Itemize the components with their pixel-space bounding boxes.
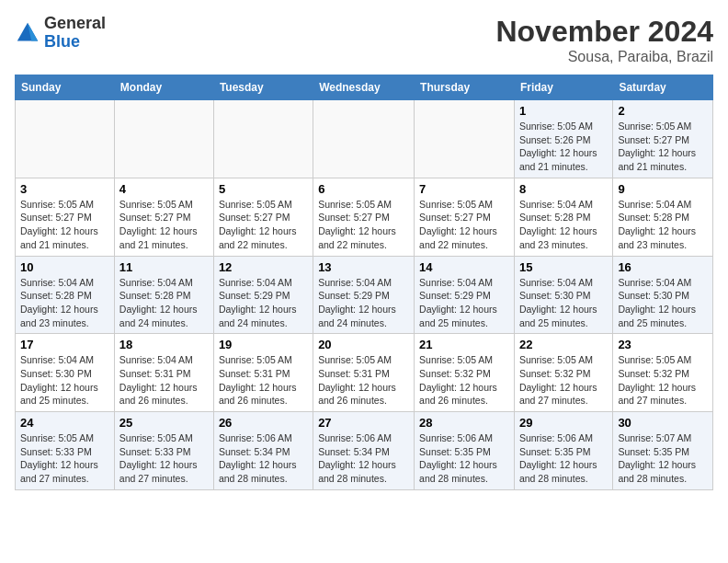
day-info: Sunrise: 5:06 AM Sunset: 5:35 PM Dayligh… bbox=[519, 431, 608, 486]
logo: General Blue bbox=[15, 15, 106, 52]
day-number: 20 bbox=[318, 338, 409, 351]
day-number: 18 bbox=[119, 338, 209, 351]
day-number: 30 bbox=[618, 416, 708, 430]
day-info: Sunrise: 5:04 AM Sunset: 5:29 PM Dayligh… bbox=[219, 276, 308, 330]
day-number: 29 bbox=[519, 416, 608, 430]
day-info: Sunrise: 5:04 AM Sunset: 5:31 PM Dayligh… bbox=[119, 353, 209, 408]
day-number: 14 bbox=[419, 260, 509, 274]
day-info: Sunrise: 5:05 AM Sunset: 5:31 PM Dayligh… bbox=[318, 353, 409, 408]
day-number: 27 bbox=[318, 416, 409, 430]
day-info: Sunrise: 5:05 AM Sunset: 5:27 PM Dayligh… bbox=[219, 198, 308, 252]
col-sunday: Sunday bbox=[16, 75, 115, 100]
day-number: 24 bbox=[20, 416, 109, 430]
day-info: Sunrise: 5:04 AM Sunset: 5:30 PM Dayligh… bbox=[519, 276, 608, 330]
page-header: General Blue November 2024 Sousa, Paraib… bbox=[15, 15, 713, 65]
day-info: Sunrise: 5:04 AM Sunset: 5:29 PM Dayligh… bbox=[419, 276, 509, 330]
day-number: 9 bbox=[618, 182, 708, 196]
logo-icon bbox=[15, 20, 40, 46]
day-cell: 6Sunrise: 5:05 AM Sunset: 5:27 PM Daylig… bbox=[313, 178, 415, 256]
day-cell: 10Sunrise: 5:04 AM Sunset: 5:28 PM Dayli… bbox=[16, 256, 115, 334]
month-title: November 2024 bbox=[495, 15, 713, 49]
day-cell: 16Sunrise: 5:04 AM Sunset: 5:30 PM Dayli… bbox=[613, 256, 713, 334]
day-cell: 2Sunrise: 5:05 AM Sunset: 5:27 PM Daylig… bbox=[613, 100, 713, 178]
day-info: Sunrise: 5:04 AM Sunset: 5:30 PM Dayligh… bbox=[618, 276, 708, 330]
day-info: Sunrise: 5:05 AM Sunset: 5:32 PM Dayligh… bbox=[519, 353, 608, 408]
logo-general: General bbox=[44, 14, 106, 32]
day-cell: 23Sunrise: 5:05 AM Sunset: 5:32 PM Dayli… bbox=[613, 334, 713, 412]
day-number: 22 bbox=[519, 338, 608, 351]
week-row-5: 24Sunrise: 5:05 AM Sunset: 5:33 PM Dayli… bbox=[16, 412, 713, 490]
day-cell: 25Sunrise: 5:05 AM Sunset: 5:33 PM Dayli… bbox=[114, 412, 213, 490]
week-row-4: 17Sunrise: 5:04 AM Sunset: 5:30 PM Dayli… bbox=[16, 334, 713, 412]
day-cell: 30Sunrise: 5:07 AM Sunset: 5:35 PM Dayli… bbox=[613, 412, 713, 490]
day-number: 7 bbox=[419, 182, 509, 196]
day-cell: 26Sunrise: 5:06 AM Sunset: 5:34 PM Dayli… bbox=[213, 412, 313, 490]
day-cell bbox=[313, 100, 415, 178]
day-info: Sunrise: 5:04 AM Sunset: 5:29 PM Dayligh… bbox=[318, 276, 409, 330]
day-number: 13 bbox=[318, 260, 409, 274]
day-cell: 18Sunrise: 5:04 AM Sunset: 5:31 PM Dayli… bbox=[114, 334, 213, 412]
day-info: Sunrise: 5:04 AM Sunset: 5:28 PM Dayligh… bbox=[119, 276, 209, 330]
day-info: Sunrise: 5:06 AM Sunset: 5:34 PM Dayligh… bbox=[318, 431, 409, 486]
day-cell bbox=[213, 100, 313, 178]
location: Sousa, Paraiba, Brazil bbox=[495, 49, 713, 65]
day-info: Sunrise: 5:05 AM Sunset: 5:27 PM Dayligh… bbox=[119, 198, 209, 252]
week-row-2: 3Sunrise: 5:05 AM Sunset: 5:27 PM Daylig… bbox=[16, 178, 713, 256]
day-number: 3 bbox=[20, 182, 109, 196]
day-number: 12 bbox=[219, 260, 308, 274]
col-friday: Friday bbox=[514, 75, 612, 100]
week-row-1: 1Sunrise: 5:05 AM Sunset: 5:26 PM Daylig… bbox=[16, 100, 713, 178]
day-number: 4 bbox=[119, 182, 209, 196]
day-cell: 20Sunrise: 5:05 AM Sunset: 5:31 PM Dayli… bbox=[313, 334, 415, 412]
day-cell: 12Sunrise: 5:04 AM Sunset: 5:29 PM Dayli… bbox=[213, 256, 313, 334]
day-number: 17 bbox=[20, 338, 109, 351]
day-cell bbox=[114, 100, 213, 178]
day-cell: 9Sunrise: 5:04 AM Sunset: 5:28 PM Daylig… bbox=[613, 178, 713, 256]
day-info: Sunrise: 5:04 AM Sunset: 5:28 PM Dayligh… bbox=[519, 198, 608, 252]
day-number: 19 bbox=[219, 338, 308, 351]
day-number: 5 bbox=[219, 182, 308, 196]
day-number: 15 bbox=[519, 260, 608, 274]
day-info: Sunrise: 5:04 AM Sunset: 5:28 PM Dayligh… bbox=[20, 276, 109, 330]
day-cell: 7Sunrise: 5:05 AM Sunset: 5:27 PM Daylig… bbox=[415, 178, 515, 256]
day-cell: 29Sunrise: 5:06 AM Sunset: 5:35 PM Dayli… bbox=[514, 412, 612, 490]
day-cell: 3Sunrise: 5:05 AM Sunset: 5:27 PM Daylig… bbox=[16, 178, 115, 256]
day-info: Sunrise: 5:04 AM Sunset: 5:30 PM Dayligh… bbox=[20, 353, 109, 408]
col-wednesday: Wednesday bbox=[313, 75, 415, 100]
day-info: Sunrise: 5:05 AM Sunset: 5:31 PM Dayligh… bbox=[219, 353, 308, 408]
day-info: Sunrise: 5:05 AM Sunset: 5:27 PM Dayligh… bbox=[318, 198, 409, 252]
day-cell: 24Sunrise: 5:05 AM Sunset: 5:33 PM Dayli… bbox=[16, 412, 115, 490]
day-info: Sunrise: 5:06 AM Sunset: 5:34 PM Dayligh… bbox=[219, 431, 308, 486]
col-monday: Monday bbox=[114, 75, 213, 100]
day-info: Sunrise: 5:05 AM Sunset: 5:33 PM Dayligh… bbox=[119, 431, 209, 486]
day-info: Sunrise: 5:05 AM Sunset: 5:27 PM Dayligh… bbox=[20, 198, 109, 252]
day-cell bbox=[415, 100, 515, 178]
day-cell: 21Sunrise: 5:05 AM Sunset: 5:32 PM Dayli… bbox=[415, 334, 515, 412]
col-saturday: Saturday bbox=[613, 75, 713, 100]
day-cell: 13Sunrise: 5:04 AM Sunset: 5:29 PM Dayli… bbox=[313, 256, 415, 334]
day-number: 8 bbox=[519, 182, 608, 196]
logo-text: General Blue bbox=[44, 15, 106, 52]
day-number: 11 bbox=[119, 260, 209, 274]
day-cell: 22Sunrise: 5:05 AM Sunset: 5:32 PM Dayli… bbox=[514, 334, 612, 412]
day-number: 28 bbox=[419, 416, 509, 430]
day-number: 26 bbox=[219, 416, 308, 430]
day-number: 16 bbox=[618, 260, 708, 274]
day-cell: 1Sunrise: 5:05 AM Sunset: 5:26 PM Daylig… bbox=[514, 100, 612, 178]
day-number: 2 bbox=[618, 104, 708, 118]
day-info: Sunrise: 5:05 AM Sunset: 5:27 PM Dayligh… bbox=[419, 198, 509, 252]
day-cell: 4Sunrise: 5:05 AM Sunset: 5:27 PM Daylig… bbox=[114, 178, 213, 256]
day-number: 1 bbox=[519, 104, 608, 118]
day-number: 23 bbox=[618, 338, 708, 351]
logo-blue: Blue bbox=[44, 32, 80, 51]
day-info: Sunrise: 5:05 AM Sunset: 5:33 PM Dayligh… bbox=[20, 431, 109, 486]
day-info: Sunrise: 5:05 AM Sunset: 5:26 PM Dayligh… bbox=[519, 120, 608, 174]
day-cell: 11Sunrise: 5:04 AM Sunset: 5:28 PM Dayli… bbox=[114, 256, 213, 334]
day-number: 21 bbox=[419, 338, 509, 351]
day-cell: 8Sunrise: 5:04 AM Sunset: 5:28 PM Daylig… bbox=[514, 178, 612, 256]
day-number: 10 bbox=[20, 260, 109, 274]
day-info: Sunrise: 5:06 AM Sunset: 5:35 PM Dayligh… bbox=[419, 431, 509, 486]
calendar-table: Sunday Monday Tuesday Wednesday Thursday… bbox=[15, 75, 713, 490]
title-block: November 2024 Sousa, Paraiba, Brazil bbox=[495, 15, 713, 65]
calendar-header-row: Sunday Monday Tuesday Wednesday Thursday… bbox=[16, 75, 713, 100]
